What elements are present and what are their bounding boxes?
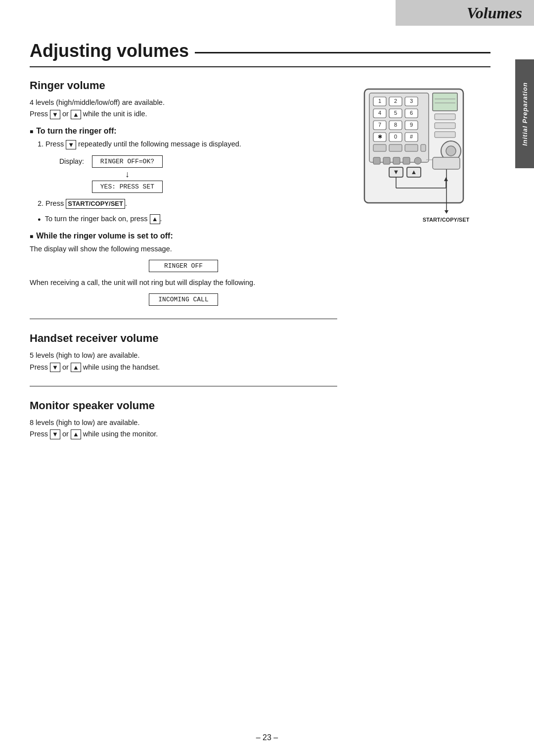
up-btn-handset: ▲: [71, 363, 81, 373]
svg-text:▼: ▼: [393, 168, 400, 176]
title-divider: [30, 66, 490, 67]
svg-marker-54: [445, 210, 448, 214]
up-btn-1: ▲: [71, 110, 81, 120]
display-label: Display:: [59, 155, 84, 165]
incoming-call-display: INCOMING CALL: [149, 293, 218, 306]
section-divider-2: [30, 386, 337, 386]
svg-text:START/COPY/SET: START/COPY/SET: [423, 217, 470, 223]
svg-text:0: 0: [394, 134, 397, 140]
section-divider-1: [30, 319, 337, 319]
svg-text:9: 9: [410, 122, 413, 128]
down-btn-step1: ▼: [66, 140, 76, 150]
page-title: Adjusting volumes: [30, 41, 189, 61]
svg-rect-41: [403, 157, 410, 164]
header-title: Volumes: [467, 4, 522, 22]
svg-point-42: [414, 157, 421, 164]
monitor-volume-heading: Monitor speaker volume: [30, 399, 337, 412]
ringer-volume-section: Ringer volume 4 levels (high/middle/low/…: [30, 79, 337, 306]
ringer-off-display: RINGER OFF: [149, 260, 218, 272]
ringer-off-display-container: RINGER OFF: [30, 260, 337, 272]
svg-text:#: #: [410, 134, 413, 140]
svg-rect-28: [405, 144, 418, 151]
monitor-volume-section: Monitor speaker volume 8 levels (high to…: [30, 399, 337, 440]
content-area: Ringer volume 4 levels (high/middle/low/…: [30, 79, 490, 443]
svg-text:4: 4: [378, 110, 381, 116]
header-bar: Volumes: [396, 0, 534, 26]
handset-volume-section: Handset receiver volume 5 levels (high t…: [30, 332, 337, 373]
side-tab-text: Initial Preparation: [521, 82, 529, 146]
svg-text:5: 5: [394, 110, 397, 116]
monitor-intro: 8 levels (high to low) are available. Pr…: [30, 417, 337, 440]
svg-text:6: 6: [410, 110, 413, 116]
svg-point-37: [446, 146, 456, 156]
svg-text:1: 1: [378, 98, 381, 104]
page-number: – 23 –: [256, 733, 278, 742]
svg-rect-39: [383, 157, 390, 164]
svg-rect-40: [393, 157, 400, 164]
svg-text:3: 3: [410, 98, 413, 104]
col-right: 1 2 3 4 5 6 7 8 9: [352, 79, 490, 443]
svg-text:8: 8: [394, 122, 397, 128]
up-btn-bullet: ▲: [150, 214, 160, 224]
svg-rect-29: [421, 144, 426, 151]
receiving-text: When receiving a call, the unit will not…: [30, 277, 337, 288]
svg-rect-44: [433, 157, 460, 169]
display-table: Display: RINGER OFF=OK? ↓ YES: PRESS SET: [59, 155, 337, 193]
down-btn-monitor: ▼: [50, 429, 60, 439]
svg-rect-33: [435, 114, 455, 120]
phone-diagram: 1 2 3 4 5 6 7 8 9: [359, 84, 483, 228]
display-box-1: RINGER OFF=OK?: [92, 155, 163, 168]
handset-intro: 5 levels (high to low) are available. Pr…: [30, 350, 337, 373]
display-arrow: ↓: [125, 170, 130, 179]
main-content: Adjusting volumes Ringer volume 4 levels…: [0, 26, 515, 756]
while-off-heading: While the ringer volume is set to off:: [30, 232, 337, 240]
svg-text:7: 7: [378, 122, 381, 128]
incoming-call-display-container: INCOMING CALL: [30, 293, 337, 306]
down-btn-1: ▼: [50, 110, 60, 120]
col-left: Ringer volume 4 levels (high/middle/low/…: [30, 79, 337, 443]
up-btn-monitor: ▲: [71, 429, 81, 439]
ringer-bullet: To turn the ringer back on, press ▲.: [38, 213, 337, 225]
svg-rect-38: [373, 157, 380, 164]
handset-volume-heading: Handset receiver volume: [30, 332, 337, 345]
ringer-intro: 4 levels (high/middle/low/off) are avail…: [30, 97, 337, 120]
display-box-2: YES: PRESS SET: [92, 181, 163, 193]
down-btn-handset: ▼: [50, 363, 60, 373]
svg-rect-34: [435, 123, 455, 129]
side-tab: Initial Preparation: [515, 59, 534, 168]
start-copy-set-btn-inline: START/COPY/SET: [66, 199, 125, 209]
svg-text:2: 2: [394, 98, 397, 104]
ringer-volume-heading: Ringer volume: [30, 79, 337, 92]
step-1: 1. Press ▼ repeatedly until the followin…: [38, 139, 337, 150]
svg-text:✱: ✱: [378, 134, 382, 140]
svg-rect-30: [433, 93, 457, 111]
to-turn-off-heading: To turn the ringer off:: [30, 127, 337, 136]
display-boxes: RINGER OFF=OK? ↓ YES: PRESS SET: [92, 155, 163, 193]
svg-rect-35: [435, 132, 455, 138]
svg-rect-27: [389, 144, 402, 151]
svg-rect-26: [373, 144, 386, 151]
while-off-text: The display will show the following mess…: [30, 243, 337, 255]
step-2: 2. Press START/COPY/SET.: [38, 198, 337, 209]
svg-text:▲: ▲: [411, 168, 417, 176]
